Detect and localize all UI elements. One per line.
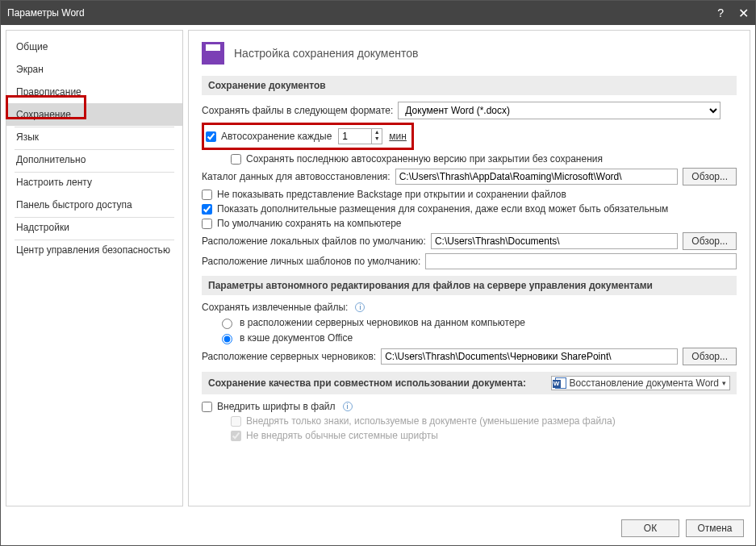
sidebar-item-label: Центр управления безопасностью xyxy=(16,244,170,256)
ok-button[interactable]: ОК xyxy=(621,519,679,537)
help-icon[interactable]: ? xyxy=(717,6,724,19)
autosave-interval-input[interactable] xyxy=(339,129,371,144)
dialog-footer: ОК Отмена xyxy=(1,511,755,545)
sidebar-item-label: Панель быстрого доступа xyxy=(16,199,132,210)
autosave-checkbox[interactable]: Автосохранение каждые xyxy=(206,131,332,142)
server-drafts-label: Расположение серверных черновиков: xyxy=(202,351,376,362)
sidebar-item-trust-center[interactable]: Центр управления безопасностью xyxy=(6,239,182,261)
browse-server-drafts-button[interactable]: Обзор... xyxy=(683,348,737,365)
info-icon[interactable]: i xyxy=(355,302,365,312)
section-save-documents: Сохранение документов xyxy=(202,76,737,95)
chevron-down-icon: ▾ xyxy=(722,379,726,387)
show-additional-locations-checkbox[interactable]: Показать дополнительные размещения для с… xyxy=(202,203,668,215)
sidebar: Общие Экран Правописание Сохранение Язык… xyxy=(6,30,183,506)
autosave-unit: мин xyxy=(389,131,407,142)
embed-fonts-checkbox[interactable]: Внедрить шрифты в файл xyxy=(202,401,336,412)
page-title: Настройка сохранения документов xyxy=(234,47,418,60)
info-icon[interactable]: i xyxy=(343,402,353,411)
sidebar-item-label: Надстройки xyxy=(16,222,69,233)
highlight-frame-autosave: Автосохранение каждые ▲▼ мин xyxy=(202,123,414,150)
sidebar-item-customize-ribbon[interactable]: Настроить ленту xyxy=(6,171,182,194)
no-backstage-checkbox[interactable]: Не показывать представление Backstage пр… xyxy=(202,189,566,200)
titlebar: Параметры Word ? ✕ xyxy=(1,1,755,25)
sidebar-item-label: Общие xyxy=(16,41,48,52)
autosave-label: Автосохранение каждые xyxy=(221,131,332,142)
spin-down-icon[interactable]: ▼ xyxy=(372,135,382,142)
default-save-computer-label: По умолчанию сохранять на компьютере xyxy=(217,218,402,229)
local-default-input[interactable] xyxy=(431,233,678,249)
sidebar-item-general[interactable]: Общие xyxy=(6,35,182,58)
section-sharing-quality: Сохранение качества при совместном испол… xyxy=(202,372,737,394)
sidebar-item-qat[interactable]: Панель быстрого доступа xyxy=(6,194,182,216)
cancel-button[interactable]: Отмена xyxy=(686,519,744,537)
local-default-label: Расположение локальных файлов по умолчан… xyxy=(202,235,426,247)
target-document-select[interactable]: Восстановление документа Word ▾ xyxy=(551,376,730,390)
show-additional-label: Показать дополнительные размещения для с… xyxy=(217,203,668,215)
sidebar-item-label: Экран xyxy=(16,64,44,75)
save-icon xyxy=(202,42,224,65)
radio-office-cache[interactable] xyxy=(222,334,232,344)
sidebar-item-label: Язык xyxy=(16,131,39,143)
content-panel: Настройка сохранения документов Сохранен… xyxy=(188,30,750,506)
format-select[interactable]: Документ Word (*.docx) xyxy=(398,102,720,119)
personal-templates-input[interactable] xyxy=(425,253,737,269)
autorecover-dir-input[interactable] xyxy=(395,169,679,185)
embed-used-only-label: Внедрять только знаки, используемые в до… xyxy=(246,415,616,427)
keep-last-label: Сохранять последнюю автосохраненную верс… xyxy=(246,153,603,165)
sidebar-item-language[interactable]: Язык xyxy=(6,126,182,148)
sidebar-item-save[interactable]: Сохранение xyxy=(6,103,182,126)
browse-autorecover-button[interactable]: Обзор... xyxy=(683,168,737,185)
embed-used-only-checkbox: Внедрять только знаки, используемые в до… xyxy=(231,415,616,427)
sidebar-item-label: Правописание xyxy=(16,86,81,98)
no-system-fonts-checkbox: Не внедрять обычные системные шрифты xyxy=(231,430,438,441)
browse-local-default-button[interactable]: Обзор... xyxy=(683,232,737,250)
extracted-files-label: Сохранять извлеченные файлы: xyxy=(202,302,348,313)
close-icon[interactable]: ✕ xyxy=(738,6,749,21)
spin-up-icon[interactable]: ▲ xyxy=(372,129,382,135)
sidebar-item-display[interactable]: Экран xyxy=(6,58,182,81)
no-system-fonts-label: Не внедрять обычные системные шрифты xyxy=(246,430,438,441)
section-quality-label: Сохранение качества при совместном испол… xyxy=(208,377,526,389)
default-save-computer-checkbox[interactable]: По умолчанию сохранять на компьютере xyxy=(202,218,402,229)
sidebar-item-proofing[interactable]: Правописание xyxy=(6,81,182,103)
no-backstage-label: Не показывать представление Backstage пр… xyxy=(217,189,566,200)
radio-server-drafts-local[interactable] xyxy=(222,319,232,329)
server-drafts-input[interactable] xyxy=(381,348,678,365)
sidebar-item-advanced[interactable]: Дополнительно xyxy=(6,148,182,171)
personal-templates-label: Расположение личных шаблонов по умолчани… xyxy=(202,256,420,267)
radio-cache-label: в кэше документов Office xyxy=(240,332,353,344)
embed-fonts-label: Внедрить шрифты в файл xyxy=(217,401,336,412)
sidebar-item-label: Дополнительно xyxy=(16,154,86,165)
sidebar-item-addins[interactable]: Надстройки xyxy=(6,216,182,239)
section-offline-editing: Параметры автономного редактирования для… xyxy=(202,276,737,295)
autosave-interval-stepper[interactable]: ▲▼ xyxy=(338,128,382,144)
window-title: Параметры Word xyxy=(7,7,85,19)
target-document-value: Восстановление документа Word xyxy=(570,377,719,389)
sidebar-item-label: Сохранение xyxy=(16,109,71,120)
radio-local-label: в расположении серверных черновиков на д… xyxy=(240,317,525,328)
word-document-icon xyxy=(555,377,566,389)
format-label: Сохранять файлы в следующем формате: xyxy=(202,105,393,116)
autorecover-dir-label: Каталог данных для автовосстановления: xyxy=(202,171,391,182)
sidebar-item-label: Настроить ленту xyxy=(16,177,92,188)
keep-last-autosave-checkbox[interactable]: Сохранять последнюю автосохраненную верс… xyxy=(231,153,603,165)
